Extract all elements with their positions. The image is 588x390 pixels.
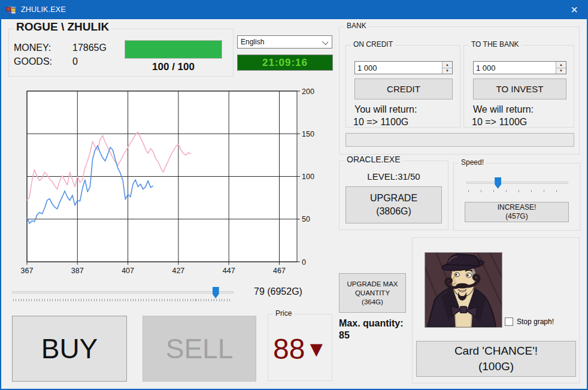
credit-note-line1: You will return:	[354, 104, 417, 115]
max-quantity-caption: Max. quantity:	[339, 318, 404, 329]
capacity-text: 100 / 100	[125, 61, 222, 73]
stop-graph-checkbox[interactable]: Stop graph!	[505, 318, 554, 326]
speed-panel: Speed! INCREASE! (457G)	[453, 163, 580, 231]
close-icon[interactable]: ×	[560, 0, 588, 19]
credit-amount-input[interactable]	[355, 62, 442, 74]
upgrade-max-quantity-button[interactable]: UPGRADE MAX QUANTITY (364G)	[339, 273, 406, 313]
svg-text:100: 100	[302, 173, 314, 181]
spin-up-icon[interactable]: ▲	[556, 62, 566, 68]
invest-amount-stepper[interactable]: ▲ ▼	[473, 61, 566, 74]
quantity-slider-ticks	[13, 299, 231, 301]
speed-slider-thumb[interactable]	[495, 177, 501, 189]
svg-text:407: 407	[122, 267, 134, 275]
oracle-panel-title: ORACLE.EXE	[344, 156, 402, 164]
buy-button[interactable]: BUY	[12, 316, 127, 382]
oracle-level: LEVEL:31/50	[340, 171, 448, 182]
invest-button-label: TO INVEST	[496, 84, 544, 94]
spin-down-icon[interactable]: ▼	[556, 68, 566, 74]
spin-down-icon[interactable]: ▼	[442, 68, 452, 74]
oracle-upgrade-button[interactable]: UPGRADE (3806G)	[345, 186, 442, 223]
quantity-slider-track[interactable]	[12, 291, 234, 294]
credit-panel: ON CREDIT ▲ ▼ CREDIT You will return: 10…	[345, 45, 460, 128]
quantity-slider-thumb[interactable]	[213, 287, 219, 298]
player-panel: ROGUE \ ZHULIK MONEY: 17865G GOODS: 0 10…	[8, 29, 234, 77]
chance-card-button[interactable]: Card 'CHANCE'! (100G)	[416, 341, 576, 377]
app-icon	[6, 5, 16, 15]
sell-button-label: SELL	[166, 332, 234, 365]
svg-text:367: 367	[21, 267, 34, 275]
max-quantity-value: 85	[339, 330, 350, 341]
dealer-portrait	[425, 252, 502, 328]
chance-card-cost: (100G)	[478, 359, 514, 374]
clock-display: 21:09:16	[237, 55, 333, 71]
speed-panel-title: Speed!	[459, 159, 486, 167]
svg-text:150: 150	[302, 130, 314, 138]
sell-button[interactable]: SELL	[143, 316, 256, 382]
oracle-upgrade-cost: (3806G)	[376, 205, 411, 218]
upgrade-max-line1: UPGRADE MAX	[347, 280, 398, 289]
svg-text:467: 467	[273, 267, 286, 275]
price-panel: Price 88 ▼	[268, 314, 332, 381]
invest-amount-input[interactable]	[474, 62, 556, 74]
money-value: 17865G	[72, 43, 107, 53]
price-down-arrow-icon: ▼	[305, 337, 327, 362]
price-chart: 367387407427447467050100150200	[10, 84, 315, 279]
credit-note-line2: 10 => 1100G	[353, 117, 408, 128]
price-panel-title: Price	[273, 310, 294, 318]
goods-label: GOODS:	[14, 56, 52, 67]
credit-button-label: CREDIT	[387, 84, 420, 94]
speed-slider-ticks	[468, 190, 568, 192]
oracle-upgrade-label: UPGRADE	[370, 192, 417, 205]
checkbox-box-icon[interactable]	[505, 318, 513, 326]
bank-panel-title: BANK	[344, 22, 369, 30]
window-title: ZHULIK.EXE	[21, 5, 66, 14]
upgrade-max-line2: QUANTITY	[355, 289, 390, 298]
chevron-down-icon	[322, 39, 328, 45]
svg-text:447: 447	[223, 267, 235, 275]
chance-card-label: Card 'CHANCE'!	[454, 343, 538, 359]
chance-panel: Stop graph! Card 'CHANCE'! (100G)	[412, 237, 580, 383]
price-value: 88	[273, 332, 305, 365]
speed-increase-label: INCREASE!	[498, 203, 537, 212]
goods-value: 0	[72, 56, 78, 67]
buy-button-label: BUY	[41, 332, 98, 365]
oracle-panel: ORACLE.EXE LEVEL:31/50 UPGRADE (3806G)	[339, 161, 448, 230]
svg-text:200: 200	[302, 87, 314, 96]
money-label: MONEY:	[14, 43, 51, 53]
player-panel-title: ROGUE \ ZHULIK	[14, 21, 111, 33]
invest-panel-title: TO THE BANK	[469, 41, 522, 49]
clock-time: 21:09:16	[262, 57, 308, 69]
language-selected: English	[241, 38, 264, 46]
credit-panel-title: ON CREDIT	[351, 41, 395, 49]
speed-slider-track[interactable]	[466, 182, 568, 184]
credit-button[interactable]: CREDIT	[354, 78, 453, 99]
app-window: ZHULIK.EXE × ROGUE \ ZHULIK MONEY: 17865…	[0, 0, 588, 390]
invest-note-line2: 10 => 1100G	[472, 117, 527, 128]
speed-increase-cost: (457G)	[505, 212, 528, 221]
quantity-label: 79 (6952G)	[254, 286, 302, 297]
credit-amount-stepper[interactable]: ▲ ▼	[354, 61, 453, 74]
upgrade-max-cost: (364G)	[362, 298, 383, 307]
invest-panel: TO THE BANK ▲ ▼ TO INVEST We will return…	[463, 45, 574, 128]
invest-note-line1: We will return:	[473, 104, 534, 115]
capacity-progress-fill	[125, 41, 222, 58]
language-select[interactable]: English	[237, 35, 332, 49]
svg-text:427: 427	[172, 267, 184, 275]
capacity-progressbar	[125, 40, 222, 59]
spin-up-icon[interactable]: ▲	[442, 62, 452, 68]
titlebar[interactable]: ZHULIK.EXE ×	[0, 0, 588, 19]
stop-graph-label: Stop graph!	[517, 318, 554, 326]
svg-text:0: 0	[302, 258, 306, 267]
bank-panel: BANK ON CREDIT ▲ ▼ CREDIT You will retur…	[339, 26, 580, 155]
svg-text:387: 387	[71, 267, 84, 275]
bank-progressbar	[345, 133, 574, 147]
svg-text:50: 50	[302, 215, 310, 223]
speed-increase-button[interactable]: INCREASE! (457G)	[465, 202, 569, 222]
invest-button[interactable]: TO INVEST	[473, 78, 566, 99]
